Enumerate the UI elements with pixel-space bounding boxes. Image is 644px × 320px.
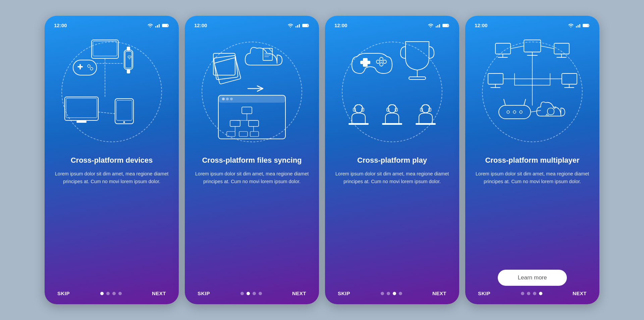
battery-icon-3: [442, 23, 450, 28]
status-bar-3: 12:00: [334, 22, 450, 28]
battery-icon-2: [302, 23, 310, 28]
status-bar-4: 12:00: [475, 22, 590, 28]
status-icons-3: [428, 23, 450, 28]
dashed-circle-2: [202, 42, 302, 142]
dashed-circle-1: [61, 42, 162, 142]
skip-btn-2[interactable]: SKIP: [198, 290, 210, 296]
learn-more-button[interactable]: Learn more: [498, 270, 567, 286]
title-3: Cross-platform play: [357, 156, 427, 165]
status-icons-1: [147, 23, 169, 28]
svg-rect-82: [579, 24, 580, 28]
status-icons-4: [568, 23, 590, 28]
dot-2-1: [247, 292, 250, 295]
screen-4: 12:00: [465, 16, 599, 304]
dot-3-0: [381, 292, 384, 295]
dot-2-3: [259, 292, 262, 295]
title-1: Cross-platform devices: [71, 156, 153, 165]
illustration-4: [479, 32, 586, 152]
signal-icon-4: [576, 23, 581, 28]
wifi-icon-3: [428, 23, 434, 28]
nav-bar-1: SKIP NEXT: [54, 290, 169, 296]
skip-btn-3[interactable]: SKIP: [338, 290, 350, 296]
signal-icon-3: [435, 23, 441, 28]
next-btn-4[interactable]: NEXT: [573, 290, 587, 296]
svg-rect-55: [436, 26, 437, 28]
signal-icon-2: [295, 23, 301, 28]
title-4: Cross-platform multiplayer: [485, 156, 579, 165]
svg-rect-81: [578, 25, 579, 28]
title-2: Cross-platform files syncing: [202, 156, 302, 165]
desc-3: Lorem ipsum dolor sit dim amet, mea regi…: [334, 170, 450, 285]
nav-dots-3: [381, 292, 402, 295]
svg-rect-26: [296, 26, 297, 28]
dot-1-2: [112, 292, 116, 295]
svg-rect-4: [163, 24, 167, 26]
skip-btn-1[interactable]: SKIP: [57, 290, 70, 296]
dot-3-2: [393, 292, 396, 295]
dashed-circle-3: [342, 42, 442, 142]
svg-rect-0: [155, 26, 156, 28]
wifi-icon-4: [568, 23, 574, 28]
illustration-2: [198, 32, 306, 152]
screen-3: 12:00: [325, 16, 459, 304]
dot-1-3: [118, 292, 122, 295]
dot-4-3: [539, 292, 542, 295]
battery-icon-1: [162, 23, 169, 28]
next-btn-3[interactable]: NEXT: [432, 290, 446, 296]
nav-dots-1: [100, 292, 122, 295]
status-bar-2: 12:00: [194, 22, 310, 28]
desc-4: Lorem ipsum dolor sit dim amet, mea regi…: [475, 170, 590, 264]
skip-btn-4[interactable]: SKIP: [478, 290, 490, 296]
svg-rect-27: [297, 25, 298, 28]
dot-4-0: [521, 292, 524, 295]
svg-rect-2: [159, 24, 160, 28]
dot-1-1: [106, 292, 110, 295]
dot-3-3: [399, 292, 402, 295]
status-icons-2: [287, 23, 310, 28]
time-4: 12:00: [475, 22, 487, 28]
svg-rect-56: [437, 25, 438, 28]
dot-2-2: [253, 292, 256, 295]
illustration-1: [58, 32, 165, 152]
time-1: 12:00: [54, 22, 67, 28]
nav-bar-2: SKIP NEXT: [194, 290, 310, 296]
nav-bar-4: SKIP NEXT: [475, 290, 590, 296]
wifi-icon-2: [287, 23, 293, 28]
illustration-3: [338, 32, 446, 152]
svg-rect-59: [443, 24, 448, 26]
dot-4-1: [527, 292, 530, 295]
signal-icon-1: [155, 23, 160, 28]
dot-2-0: [240, 292, 244, 295]
desc-1: Lorem ipsum dolor sit dim amet, mea regi…: [54, 170, 169, 285]
next-btn-2[interactable]: NEXT: [292, 290, 306, 296]
svg-rect-30: [303, 24, 308, 26]
battery-icon-4: [583, 23, 590, 28]
nav-dots-4: [521, 292, 542, 295]
next-btn-1[interactable]: NEXT: [152, 290, 166, 296]
svg-rect-28: [299, 24, 300, 28]
svg-rect-84: [583, 24, 588, 26]
svg-rect-1: [157, 25, 158, 28]
time-2: 12:00: [194, 22, 207, 28]
svg-rect-57: [439, 24, 440, 28]
screen-1: 12:00: [45, 16, 179, 304]
nav-dots-2: [240, 292, 262, 295]
time-3: 12:00: [334, 22, 347, 28]
desc-2: Lorem ipsum dolor sit dim amet, mea regi…: [194, 170, 310, 285]
wifi-icon-1: [147, 23, 153, 28]
nav-bar-3: SKIP NEXT: [334, 290, 450, 296]
dashed-circle-4: [482, 42, 583, 142]
screen-2: 12:00: [185, 16, 319, 304]
svg-rect-80: [576, 26, 577, 28]
dot-4-2: [533, 292, 536, 295]
status-bar-1: 12:00: [54, 22, 169, 28]
dot-3-1: [387, 292, 390, 295]
screens-container: 12:00: [35, 6, 609, 314]
dot-1-0: [100, 292, 104, 295]
